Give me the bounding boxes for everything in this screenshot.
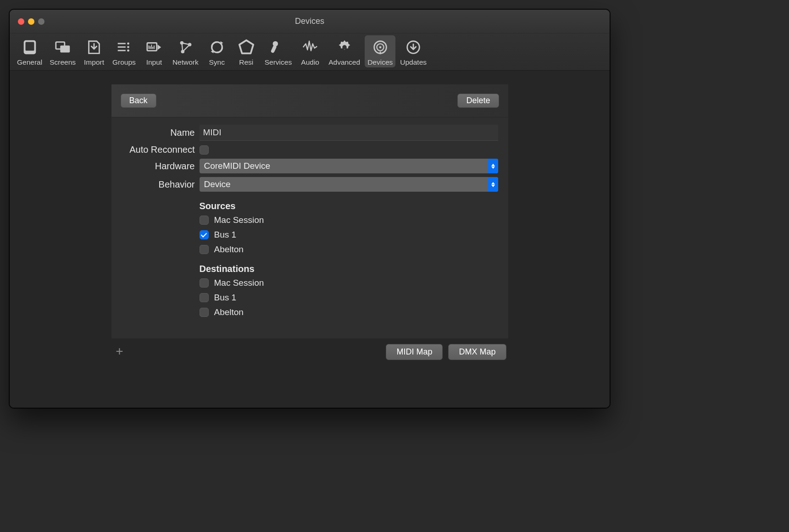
traffic-lights bbox=[18, 18, 44, 25]
devices-icon bbox=[370, 38, 390, 56]
toolbar-updates[interactable]: Updates bbox=[397, 35, 429, 67]
delete-button[interactable]: Delete bbox=[457, 94, 499, 108]
toolbar-groups[interactable]: Groups bbox=[110, 35, 139, 67]
toolbar-label: General bbox=[17, 58, 42, 66]
toolbar-label: Network bbox=[172, 58, 199, 66]
row-behavior: Behavior Device bbox=[122, 177, 498, 192]
toolbar-label: Groups bbox=[112, 58, 136, 66]
source-item: Bus 1 bbox=[200, 230, 498, 240]
close-icon[interactable] bbox=[18, 18, 24, 25]
destination-checkbox[interactable] bbox=[200, 278, 209, 288]
svg-point-9 bbox=[128, 50, 130, 52]
toolbar-label: Input bbox=[146, 58, 162, 66]
behavior-select[interactable]: Device bbox=[200, 177, 498, 192]
destination-item: Bus 1 bbox=[200, 293, 498, 303]
input-icon bbox=[144, 38, 164, 56]
groups-icon bbox=[114, 38, 134, 56]
destination-item: Mac Session bbox=[200, 278, 498, 288]
sync-icon bbox=[207, 38, 227, 56]
toolbar-label: Audio bbox=[301, 58, 319, 66]
select-arrows-icon bbox=[488, 177, 498, 192]
destination-label: Mac Session bbox=[214, 278, 264, 288]
source-item: Mac Session bbox=[200, 215, 498, 225]
svg-rect-3 bbox=[60, 45, 70, 52]
window-title: Devices bbox=[10, 17, 610, 26]
row-name: Name bbox=[122, 125, 498, 141]
auto-reconnect-checkbox[interactable] bbox=[200, 145, 209, 155]
toolbar-advanced[interactable]: Advanced bbox=[326, 35, 363, 67]
toolbar-label: Sync bbox=[209, 58, 225, 66]
toolbar-sync[interactable]: Sync bbox=[203, 35, 231, 67]
row-auto-reconnect: Auto Reconnect bbox=[122, 144, 498, 155]
svg-point-16 bbox=[342, 45, 347, 50]
destination-label: Abelton bbox=[214, 307, 244, 317]
toolbar-network[interactable]: Network bbox=[170, 35, 201, 67]
behavior-value: Device bbox=[204, 179, 231, 189]
toolbar-label: Import bbox=[84, 58, 104, 66]
svg-rect-15 bbox=[271, 45, 277, 54]
svg-point-7 bbox=[128, 43, 130, 45]
device-panel: Back Delete Name Auto Reconnect Hardware… bbox=[111, 84, 508, 338]
destination-label: Bus 1 bbox=[214, 293, 237, 303]
name-input[interactable] bbox=[200, 125, 498, 141]
toolbar-label: Devices bbox=[367, 58, 393, 66]
sources-title: Sources bbox=[200, 201, 498, 211]
panel-body: Name Auto Reconnect Hardware CoreMIDI De… bbox=[111, 117, 508, 338]
services-icon bbox=[268, 38, 288, 56]
toolbar-general[interactable]: General bbox=[14, 35, 45, 67]
svg-rect-4 bbox=[118, 43, 126, 44]
minimize-icon[interactable] bbox=[28, 18, 34, 25]
source-label: Mac Session bbox=[214, 215, 264, 225]
destinations-title: Destinations bbox=[200, 264, 498, 274]
svg-rect-5 bbox=[118, 46, 126, 48]
panel-header: Back Delete bbox=[111, 84, 508, 117]
svg-point-19 bbox=[379, 46, 381, 49]
svg-rect-6 bbox=[118, 50, 126, 51]
source-checkbox[interactable] bbox=[200, 245, 209, 254]
content-area: Back Delete Name Auto Reconnect Hardware… bbox=[10, 71, 610, 408]
toolbar-devices[interactable]: Devices bbox=[365, 35, 395, 67]
toolbar-resi[interactable]: Resi bbox=[233, 35, 260, 67]
svg-rect-20 bbox=[379, 52, 381, 55]
auto-reconnect-label: Auto Reconnect bbox=[122, 144, 195, 155]
zoom-icon[interactable] bbox=[38, 18, 44, 25]
svg-point-8 bbox=[128, 46, 130, 48]
destination-item: Abelton bbox=[200, 307, 498, 317]
toolbar-services[interactable]: Services bbox=[262, 35, 294, 67]
toolbar-audio[interactable]: Audio bbox=[296, 35, 324, 67]
toolbar-label: Services bbox=[265, 58, 292, 66]
behavior-label: Behavior bbox=[122, 179, 195, 190]
preferences-window: Devices General Screens Import Groups bbox=[9, 9, 610, 408]
hardware-select[interactable]: CoreMIDI Device bbox=[200, 159, 498, 173]
hardware-label: Hardware bbox=[122, 161, 195, 172]
toolbar-label: Screens bbox=[50, 58, 76, 66]
destination-checkbox[interactable] bbox=[200, 293, 209, 302]
titlebar: Devices bbox=[10, 10, 610, 33]
toolbar-label: Updates bbox=[400, 58, 427, 66]
source-checkbox[interactable] bbox=[200, 216, 209, 225]
source-checkbox[interactable] bbox=[200, 230, 209, 239]
toolbar-screens[interactable]: Screens bbox=[47, 35, 78, 67]
preferences-toolbar: General Screens Import Groups Input bbox=[10, 33, 610, 71]
resi-icon bbox=[236, 38, 256, 56]
screens-icon bbox=[53, 38, 73, 56]
hardware-value: CoreMIDI Device bbox=[204, 161, 271, 171]
source-label: Bus 1 bbox=[214, 230, 237, 240]
add-button[interactable]: + bbox=[113, 346, 126, 359]
toolbar-input[interactable]: Input bbox=[140, 35, 168, 67]
general-icon bbox=[20, 38, 40, 56]
back-button[interactable]: Back bbox=[121, 94, 156, 108]
source-item: Abelton bbox=[200, 244, 498, 255]
toolbar-label: Resi bbox=[239, 58, 253, 66]
updates-icon bbox=[403, 38, 423, 56]
gear-icon bbox=[334, 38, 355, 56]
destination-checkbox[interactable] bbox=[200, 308, 209, 317]
svg-rect-1 bbox=[25, 42, 34, 51]
panel-footer: + MIDI Map DMX Map bbox=[111, 338, 508, 360]
row-hardware: Hardware CoreMIDI Device bbox=[122, 159, 498, 173]
select-arrows-icon bbox=[488, 159, 498, 173]
midi-map-button[interactable]: MIDI Map bbox=[386, 344, 443, 360]
toolbar-import[interactable]: Import bbox=[80, 35, 108, 67]
dmx-map-button[interactable]: DMX Map bbox=[448, 344, 506, 360]
footer-right: MIDI Map DMX Map bbox=[386, 344, 506, 360]
